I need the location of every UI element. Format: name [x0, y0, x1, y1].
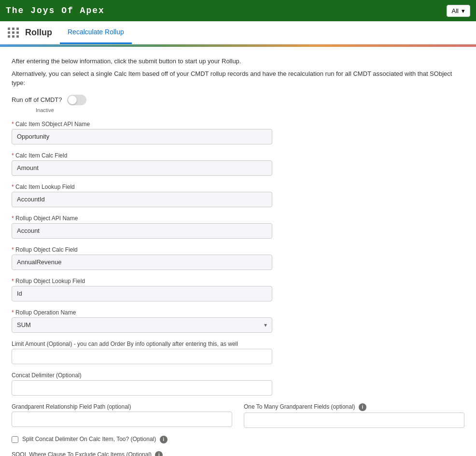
limit-amount-field: Limit Amount (Optional) - you can add Or…: [12, 341, 464, 364]
tab-recalculate-rollup[interactable]: Recalculate Rollup: [60, 21, 132, 44]
split-concat-row: Split Concat Delimiter On Calc Item, Too…: [12, 436, 464, 443]
concat-delimiter-label: Concat Delimiter (Optional): [12, 372, 464, 379]
toggle-knob: [68, 96, 77, 104]
main-content: After entering the below information, cl…: [0, 47, 476, 456]
toggle-state-label: Inactive: [36, 107, 464, 113]
dropdown-arrow-icon: ▾: [462, 7, 465, 14]
info-text-1: After entering the below information, cl…: [12, 57, 464, 66]
cmdt-toggle-row: Run off of CMDT?: [12, 95, 464, 105]
rollup-object-calc-label: * Rollup Object Calc Field: [12, 246, 464, 253]
app-title: The Joys Of Apex: [6, 6, 105, 15]
page-title: Rollup: [25, 28, 52, 38]
one-to-many-input[interactable]: [244, 413, 464, 428]
sub-navigation: Rollup Recalculate Rollup: [0, 21, 476, 44]
rollup-object-lookup-label: * Rollup Object Lookup Field: [12, 278, 464, 285]
rollup-object-api-label: * Rollup Object API Name: [12, 215, 464, 222]
rollup-operation-select[interactable]: SUM COUNT MIN MAX AVERAGE CONCAT CONCAT_…: [17, 318, 267, 332]
all-dropdown-button[interactable]: All ▾: [447, 5, 470, 17]
split-concat-info-icon[interactable]: i: [160, 436, 168, 443]
calc-item-lookup-label: * Calc Item Lookup Field: [12, 184, 464, 190]
rollup-object-calc-input[interactable]: [12, 255, 272, 270]
grandparent-col: Grandparent Relationship Field Path (opt…: [12, 403, 232, 428]
concat-delimiter-field: Concat Delimiter (Optional): [12, 372, 464, 396]
split-concat-checkbox[interactable]: [12, 436, 18, 443]
cmdt-toggle[interactable]: [67, 95, 86, 105]
grandparent-row: Grandparent Relationship Field Path (opt…: [12, 403, 464, 428]
grandparent-input[interactable]: [12, 412, 232, 427]
grid-icon[interactable]: [6, 26, 21, 40]
soql-section: SOQL Where Clause To Exclude Calc Items …: [12, 451, 464, 456]
concat-delimiter-input[interactable]: [12, 380, 272, 396]
decorative-color-bar: [0, 44, 476, 47]
limit-amount-input[interactable]: [12, 349, 272, 364]
rollup-operation-label: * Rollup Operation Name: [12, 309, 464, 316]
rollup-operation-select-wrapper[interactable]: SUM COUNT MIN MAX AVERAGE CONCAT CONCAT_…: [12, 317, 272, 333]
soql-info-icon[interactable]: i: [155, 451, 163, 456]
one-to-many-label: One To Many Grandparent Fields (optional…: [244, 403, 464, 411]
calc-item-lookup-field: * Calc Item Lookup Field: [12, 184, 464, 207]
calc-item-sobject-field: * Calc Item SObject API Name: [12, 121, 464, 144]
calc-item-calc-field: * Calc Item Calc Field: [12, 152, 464, 176]
rollup-object-api-field: * Rollup Object API Name: [12, 215, 464, 239]
toggle-label: Run off of CMDT?: [12, 96, 62, 103]
calc-item-sobject-label: * Calc Item SObject API Name: [12, 121, 464, 128]
calc-item-calc-label: * Calc Item Calc Field: [12, 152, 464, 159]
rollup-object-calc-field: * Rollup Object Calc Field: [12, 246, 464, 270]
rollup-object-lookup-field: * Rollup Object Lookup Field: [12, 278, 464, 301]
one-to-many-info-icon[interactable]: i: [359, 403, 366, 411]
tab-bar: Recalculate Rollup: [60, 21, 132, 44]
rollup-operation-field: * Rollup Operation Name SUM COUNT MIN MA…: [12, 309, 464, 333]
info-text-2: Alternatively, you can select a single C…: [12, 69, 464, 88]
top-navigation: The Joys Of Apex All ▾: [0, 0, 476, 21]
calc-item-sobject-input[interactable]: [12, 129, 272, 144]
limit-amount-label: Limit Amount (Optional) - you can add Or…: [12, 341, 464, 347]
rollup-object-lookup-input[interactable]: [12, 286, 272, 301]
rollup-object-api-input[interactable]: [12, 223, 272, 239]
one-to-many-col: One To Many Grandparent Fields (optional…: [244, 403, 464, 428]
calc-item-lookup-input[interactable]: [12, 192, 272, 207]
grandparent-label: Grandparent Relationship Field Path (opt…: [12, 403, 232, 410]
calc-item-calc-input[interactable]: [12, 160, 272, 176]
split-concat-label: Split Concat Delimiter On Calc Item, Too…: [22, 436, 168, 443]
soql-where-label: SOQL Where Clause To Exclude Calc Items …: [12, 451, 464, 456]
